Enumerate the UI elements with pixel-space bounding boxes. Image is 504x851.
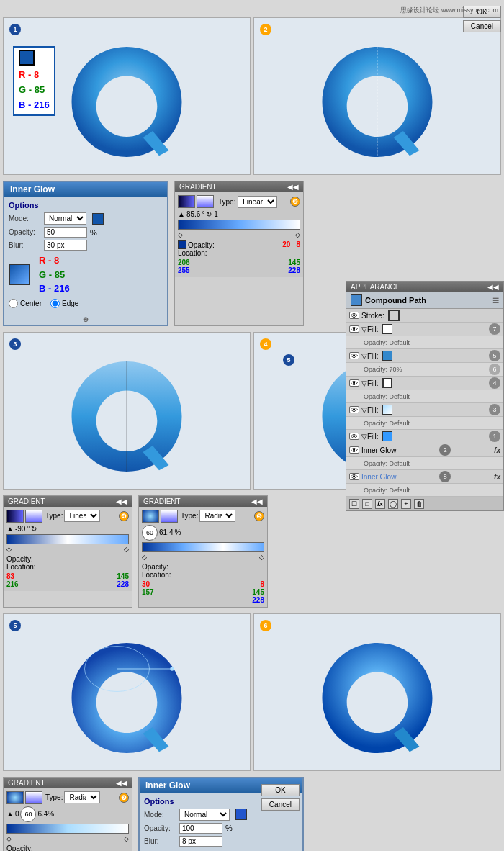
- appearance-panel: APPEARANCE ◀◀ Compound Path ☰ 👁 Stroke: …: [346, 281, 504, 511]
- fill-badge-1: 1: [489, 431, 500, 442]
- appearance-toolbar-btn-4[interactable]: +: [401, 499, 411, 509]
- eye-fill-3[interactable]: 👁: [349, 406, 359, 413]
- edge-radio-1[interactable]: Edge: [50, 299, 78, 308]
- gradient-title-2: GRADIENT◀◀: [4, 496, 132, 507]
- appearance-title-bar: APPEARANCE ◀◀: [346, 282, 503, 292]
- step-3-panel: 3: [3, 332, 251, 490]
- mode-select-2[interactable]: Normal: [179, 809, 230, 821]
- opacity-input-1[interactable]: [44, 227, 87, 238]
- blur-input-2[interactable]: [179, 836, 222, 847]
- blur-label-2: Blur:: [144, 837, 176, 845]
- gradient-type-select-3[interactable]: Radial: [199, 510, 235, 522]
- appearance-fill-4-row: 👁 ▽Fill: 4: [346, 377, 503, 390]
- grad1-r2: 8: [296, 240, 300, 257]
- step-2-label: ❷: [4, 315, 167, 325]
- eye-fill-7[interactable]: 👁: [349, 325, 359, 333]
- step-3-number: 3: [9, 338, 21, 350]
- opacity-label-1: Opacity:: [9, 228, 41, 236]
- inner-glow-badge-8: 8: [439, 471, 451, 482]
- opacity-unit-2: %: [225, 824, 233, 832]
- gradient-panel-4: GRADIENT◀◀ Type: Radial ❼ ▲0 60 6.4% ◇◇ …: [3, 777, 132, 852]
- gradient-type-label-1: Type: Linear: [218, 196, 277, 208]
- steps-5-6: 5 6: [0, 611, 504, 774]
- appearance-toolbar-btn-5[interactable]: 🗑: [414, 499, 424, 509]
- appearance-stroke-row: 👁 Stroke:: [346, 309, 503, 323]
- q-letter-6: [312, 631, 442, 765]
- fill-badge-5: 5: [489, 350, 500, 361]
- appearance-opacity-default-2: Opacity: Default: [346, 390, 503, 403]
- appearance-toolbar-btn-2[interactable]: □: [362, 499, 372, 509]
- bottom-panels: GRADIENT◀◀ Type: Radial ❼ ▲0 60 6.4% ◇◇ …: [0, 774, 504, 852]
- gradient-type-select-1[interactable]: Linear: [238, 196, 277, 208]
- fill-badge-3: 3: [489, 404, 500, 415]
- opacity-unit-1: %: [90, 228, 97, 237]
- appearance-toolbar-btn-1[interactable]: ☐: [349, 499, 359, 509]
- b-value-dialog1: B - 216: [39, 283, 70, 294]
- step-2-number: 2: [260, 24, 271, 35]
- q-letter-3: [62, 350, 192, 483]
- opacity-input-2[interactable]: [179, 823, 222, 834]
- inner-glow-title-1: Inner Glow: [4, 182, 167, 197]
- step-4-number: 4: [260, 338, 271, 350]
- appearance-opacity-default-4: Opacity: Default: [346, 457, 503, 470]
- appearance-inner-glow-2-row: 👁 Inner Glow 8 fx: [346, 470, 503, 484]
- eye-inner-glow-1[interactable]: 👁: [349, 446, 359, 454]
- gradient-title-1: GRADIENT ◀◀: [175, 181, 303, 192]
- appearance-fill-1-row: 👁 ▽Fill: 1: [346, 430, 503, 443]
- appearance-inner-glow-1-row: 👁 Inner Glow 2 fx: [346, 443, 503, 457]
- step-1-panel: 1 R - 8 G - 85: [3, 17, 251, 175]
- eye-inner-glow-2[interactable]: 👁: [349, 473, 359, 480]
- opacity-badge-6: 6: [489, 364, 500, 375]
- q-letter-5: [62, 631, 192, 765]
- gradient-panel-1: GRADIENT ◀◀ Type: Linear ❸ ▲85.6° ↻ 1 ◇◇: [174, 181, 304, 326]
- ok-button-2[interactable]: OK: [261, 784, 300, 796]
- q-letter-1: [62, 35, 192, 168]
- appearance-fill-3-row: 👁 ▽Fill: 3: [346, 403, 503, 417]
- cancel-button-2[interactable]: Cancel: [261, 798, 300, 811]
- cancel-button-1[interactable]: Cancel: [463, 20, 501, 32]
- g-value-1: G - 85: [19, 84, 45, 95]
- mode-select-1[interactable]: Normal: [44, 212, 86, 225]
- eye-fill-4[interactable]: 👁: [349, 379, 359, 387]
- appearance-toolbar-btn-3[interactable]: ◯: [388, 499, 398, 509]
- step-6-number: 6: [260, 620, 271, 631]
- blur-input-1[interactable]: [44, 240, 87, 251]
- svg-point-7: [170, 667, 174, 670]
- q-letter-2: [312, 35, 442, 168]
- opacity-label-2: Opacity:: [144, 824, 176, 832]
- inner-glow-dialog-2: Inner Glow Options Mode: Normal Opacity:…: [138, 777, 304, 852]
- fill-badge-4: 4: [489, 377, 500, 389]
- eye-stroke[interactable]: 👁: [349, 312, 359, 319]
- step-6-panel: 6: [253, 613, 501, 771]
- eye-fill-1[interactable]: 👁: [349, 433, 359, 440]
- r-value-dialog1: R - 8: [39, 255, 59, 266]
- eye-fill-5[interactable]: 👁: [349, 352, 359, 359]
- g-value-dialog1: G - 85: [39, 269, 65, 280]
- blur-label-1: Blur:: [9, 241, 41, 249]
- gradient-panel-3: GRADIENT◀◀ Type: Radial ❺ 60 61.4% ◇◇ Op…: [138, 495, 268, 608]
- watermark-text: 思缘设计论坛 www.missyuan.com: [400, 6, 498, 15]
- appearance-opacity-default-1: Opacity: Default: [346, 336, 503, 349]
- options-title-1: Options: [9, 201, 163, 210]
- gradient-type-select-2[interactable]: Linear: [64, 510, 100, 522]
- mode-label-2: Mode:: [144, 811, 176, 819]
- inner-glow-dialog-1: Inner Glow Options Mode: Normal Opacity:…: [3, 181, 168, 326]
- r-value-1: R - 8: [19, 69, 39, 80]
- appearance-opacity-default-3: Opacity: Default: [346, 417, 503, 430]
- gradient-title-3: GRADIENT◀◀: [139, 496, 267, 507]
- gradient-title-4: GRADIENT◀◀: [4, 778, 132, 788]
- fx-icon-1: fx: [494, 446, 500, 454]
- gradient-panel-2: GRADIENT◀◀ Type: Linear ❹ ▲-90°↻ ◇◇ Opac…: [3, 495, 132, 608]
- appearance-fx-button[interactable]: fx: [375, 499, 385, 509]
- grad1-r: 20: [282, 240, 290, 257]
- fx-icon-2: fx: [494, 473, 500, 481]
- step-5-number: 5: [9, 620, 21, 631]
- center-radio-1[interactable]: Center: [9, 299, 42, 308]
- appearance-fill-7-row: 👁 ▽Fill: 7: [346, 323, 503, 336]
- appearance-opacity-70: Opacity: 70% 6: [346, 363, 503, 377]
- gradient-type-select-4[interactable]: Radial: [64, 791, 100, 803]
- appearance-fill-5-row: 👁 ▽Fill: 5: [346, 349, 503, 363]
- appearance-opacity-default-5: Opacity: Default: [346, 484, 503, 497]
- step-1-number: 1: [9, 24, 21, 35]
- b-value-1: B - 216: [19, 99, 50, 110]
